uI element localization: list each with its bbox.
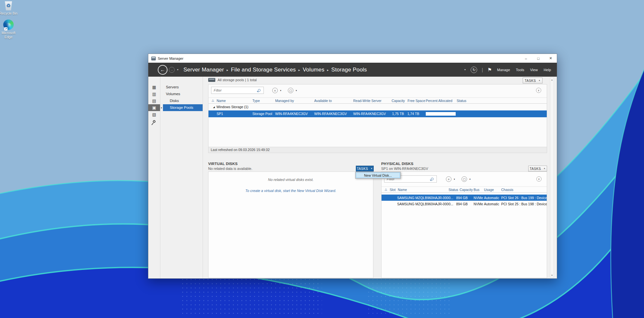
notifications-flag-icon[interactable]: ⚑ [488, 67, 492, 73]
tasks-label: TASKS [530, 167, 541, 171]
col-bus[interactable]: Bus [474, 188, 479, 192]
menu-tools[interactable]: Tools [515, 67, 525, 73]
breadcrumb: Server Manager▸File and Storage Services… [183, 67, 367, 73]
storage-pools-tasks-button[interactable]: TASKS ▼ [523, 78, 543, 83]
history-dropdown-icon[interactable]: ▼ [177, 69, 179, 71]
virtual-disks-wizard-hint[interactable]: To create a virtual disk, start the New … [208, 189, 373, 193]
disk-name: SAMSUNG MZQLB960HAJR-0000... [397, 202, 453, 206]
physical-disks-collapse-button[interactable]: ∨ [536, 176, 542, 182]
save-icon: ▢ [462, 176, 467, 182]
col-status[interactable]: Status [457, 99, 466, 103]
desktop-icon-microsoft-edge[interactable]: ↗ Microsoft Edge [0, 19, 19, 39]
desktop-icon-recycle-bin[interactable]: ♻ Recycle Bin [0, 1, 19, 16]
sidebar-icon-local-server[interactable]: ▥ [148, 91, 160, 97]
recycle-bin-label: Recycle Bin [0, 11, 19, 16]
physical-disks-table-header: △ Slot Name Status Capacity Bus Usage Ch… [382, 186, 547, 193]
col-name[interactable]: Name [398, 188, 407, 192]
sidebar-icon-file-storage-services[interactable]: ▣ ▸ [148, 104, 160, 111]
recycle-symbol-icon: ♻ [4, 3, 13, 8]
pools-count-header: All storage pools | 1 total [218, 78, 257, 82]
physical-disk-row-1[interactable]: SAMSUNG MZQLB960HAJR-0000... 894 GB NVMe… [382, 195, 547, 201]
back-button[interactable]: ← [158, 65, 168, 75]
pools-table-header: △ Name Type Managed by Available to Read… [208, 97, 547, 104]
chevron-down-icon: ▼ [280, 90, 282, 92]
sidebar-icon-dashboard[interactable]: ▦ [148, 84, 160, 91]
menu-view[interactable]: View [530, 67, 539, 73]
physical-disks-title: PHYSICAL DISKS [381, 162, 413, 166]
edge-label-line2: Edge [0, 35, 19, 39]
nav-item-storage-pools[interactable]: Storage Pools [163, 104, 203, 111]
physical-disks-save-query-button[interactable]: ▢ ▼ [462, 176, 471, 182]
sidebar-icon-remote-access[interactable] [148, 118, 160, 125]
sidebar-icon-all-servers[interactable]: ▤ [148, 97, 160, 104]
pools-view-options-button[interactable]: ≡ ▼ [272, 88, 282, 93]
alert-column-icon[interactable]: △ [385, 188, 387, 191]
disk-bus: NVMe [474, 196, 483, 200]
col-type[interactable]: Type [252, 99, 260, 103]
refresh-dropdown-icon[interactable]: ▼ [464, 69, 466, 71]
pools-collapse-button[interactable]: ∨ [536, 88, 541, 93]
main-scrollbar[interactable]: ▴ ▾ [550, 77, 554, 278]
disk-chassis: PCI Slot 25 : Bus 198 : Device 0 : Fu [501, 202, 547, 206]
scroll-down-icon[interactable]: ▾ [550, 274, 554, 277]
breadcrumb-volumes[interactable]: Volumes [303, 67, 325, 73]
breadcrumb-root[interactable]: Server Manager [183, 67, 224, 73]
col-percent-allocated[interactable]: Percent Allocated [426, 99, 452, 103]
col-usage[interactable]: Usage [484, 188, 494, 192]
forward-button[interactable]: → [169, 67, 175, 73]
menu-help[interactable]: Help [543, 67, 552, 73]
pool-row-sp1[interactable]: SP1 Storage Pool WIN-RFA4KNEC3GV WIN-RFA… [208, 110, 547, 117]
role-icon: ▧ [152, 112, 156, 117]
col-capacity[interactable]: Capacity [392, 99, 405, 103]
pool-type: Storage Pool [252, 112, 272, 116]
file-storage-services-icon: ▣ [152, 105, 156, 110]
col-name[interactable]: Name [217, 99, 226, 103]
nav-item-disks[interactable]: Disks [160, 97, 203, 104]
disk-bus: NVMe [474, 202, 483, 206]
refresh-icon[interactable]: ↻ [471, 67, 477, 73]
collapse-triangle-icon[interactable]: ◢ [213, 106, 215, 108]
menu-manage[interactable]: Manage [496, 67, 511, 73]
search-icon [431, 178, 434, 180]
col-free-space[interactable]: Free Space [408, 99, 425, 103]
chevron-down-icon: ▼ [539, 80, 541, 82]
alert-column-icon[interactable]: △ [212, 99, 214, 102]
search-icon [258, 89, 261, 92]
disk-name: SAMSUNG MZQLB960HAJR-0000... [397, 196, 453, 200]
pools-save-query-button[interactable]: ▢ ▼ [288, 88, 297, 93]
sidebar-icon-role[interactable]: ▧ [148, 111, 160, 118]
nav-item-servers[interactable]: Servers [160, 84, 203, 91]
breadcrumb-separator-icon: ▸ [299, 68, 300, 72]
maximize-button[interactable]: □ [532, 54, 544, 63]
col-capacity[interactable]: Capacity [460, 188, 473, 192]
disk-chassis: PCI Slot 26 : Bus 199 : Device 0 : Fu [501, 196, 547, 200]
breadcrumb-separator-icon: ▸ [227, 68, 228, 72]
pools-filter-input[interactable] [211, 88, 258, 92]
physical-disk-row-2[interactable]: SAMSUNG MZQLB960HAJR-0000... 894 GB NVMe… [382, 201, 547, 207]
menu-item-new-virtual-disk[interactable]: New Virtual Disk... [356, 172, 400, 178]
col-status[interactable]: Status [449, 188, 458, 192]
edge-label-line1: Microsoft [0, 31, 19, 35]
nav-item-volumes[interactable]: Volumes [160, 91, 203, 97]
window-titlebar[interactable]: Server Manager – □ ✕ [148, 54, 557, 63]
pools-group-row[interactable]: ◢Windows Storage (1) [213, 105, 248, 109]
col-managed-by[interactable]: Managed by [275, 99, 294, 103]
col-slot[interactable]: Slot [390, 188, 396, 192]
breadcrumb-file-storage-services[interactable]: File and Storage Services [231, 67, 296, 73]
col-rw-server[interactable]: Read-Write Server [353, 99, 382, 103]
scroll-up-icon[interactable]: ▴ [550, 78, 554, 81]
pool-managed-by: WIN-RFA4KNEC3GV [275, 112, 308, 116]
col-chassis[interactable]: Chassis [501, 188, 513, 192]
chevron-down-icon: ▼ [453, 178, 455, 180]
breadcrumb-storage-pools[interactable]: Storage Pools [331, 67, 367, 73]
physical-disks-tasks-button[interactable]: TASKS ▼ [528, 166, 547, 172]
minimize-button[interactable]: – [520, 54, 532, 63]
virtual-disks-tasks-button[interactable]: TASKS ▼ [356, 166, 374, 172]
close-button[interactable]: ✕ [544, 54, 557, 63]
navbar-divider: | [482, 67, 483, 72]
pools-filter-box[interactable] [211, 87, 264, 94]
physical-disks-view-options-button[interactable]: ≡ ▼ [446, 176, 455, 182]
col-available-to[interactable]: Available to [314, 99, 332, 103]
tasks-label: TASKS [357, 167, 368, 171]
server-manager-window: Server Manager – □ ✕ ← → ▼ Server Manage… [148, 54, 557, 279]
